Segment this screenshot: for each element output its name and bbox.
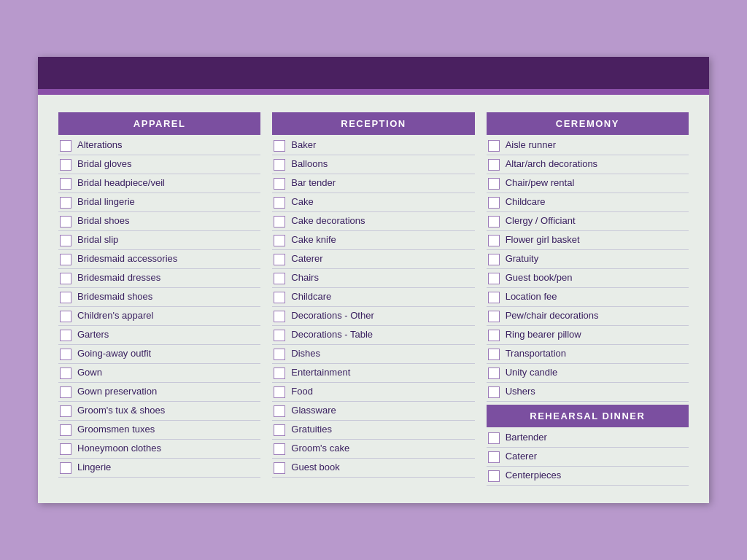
checkbox[interactable] — [60, 386, 71, 398]
checkbox[interactable] — [274, 140, 285, 152]
checkbox[interactable] — [488, 292, 500, 303]
list-item: Cake — [272, 193, 474, 212]
checkbox[interactable] — [60, 292, 71, 303]
checkbox[interactable] — [488, 311, 500, 322]
item-label: Bartender — [506, 432, 547, 444]
checkbox[interactable] — [60, 235, 71, 246]
item-label: Altar/arch decorations — [506, 158, 597, 171]
checkbox[interactable] — [60, 349, 71, 360]
checkbox[interactable] — [274, 292, 285, 303]
checkbox[interactable] — [60, 159, 71, 171]
checkbox[interactable] — [274, 216, 285, 228]
columns-container: APPARELAlterationsBridal glovesBridal he… — [58, 112, 689, 486]
checkbox[interactable] — [488, 178, 500, 190]
col-header-reception: RECEPTION — [272, 112, 474, 135]
list-item: Glassware — [272, 402, 474, 421]
item-label: Children's apparel — [77, 310, 153, 322]
list-item: Chairs — [272, 269, 474, 288]
checkbox[interactable] — [60, 178, 71, 190]
checkbox[interactable] — [60, 443, 71, 455]
checkbox[interactable] — [274, 235, 285, 246]
item-label: Baker — [291, 139, 316, 152]
checkbox[interactable] — [488, 197, 500, 209]
checkbox[interactable] — [488, 254, 500, 265]
list-item: Gratuities — [272, 421, 474, 440]
item-label: Lingerie — [77, 462, 111, 474]
item-label: Bridal gloves — [77, 158, 131, 171]
item-label: Transportation — [506, 348, 566, 360]
checkbox[interactable] — [488, 349, 500, 360]
checkbox[interactable] — [60, 197, 71, 209]
checkbox[interactable] — [274, 424, 285, 436]
item-label: Ushers — [506, 386, 535, 398]
checkbox[interactable] — [60, 311, 71, 322]
checkbox[interactable] — [488, 368, 500, 379]
checkbox[interactable] — [488, 470, 500, 482]
list-item: Bridal headpiece/veil — [58, 174, 260, 193]
checkbox[interactable] — [488, 216, 500, 228]
checkbox[interactable] — [60, 330, 71, 341]
checkbox[interactable] — [488, 159, 500, 171]
checkbox[interactable] — [60, 254, 71, 265]
checkbox[interactable] — [274, 349, 285, 360]
list-item: Garters — [58, 326, 260, 345]
list-item: Childcare — [487, 193, 689, 212]
item-label: Glassware — [291, 405, 336, 417]
checkbox[interactable] — [274, 386, 285, 398]
list-item: Going-away outfit — [58, 345, 260, 364]
checkbox[interactable] — [274, 159, 285, 171]
checkbox[interactable] — [60, 462, 71, 474]
item-label: Gratuity — [506, 253, 539, 265]
checkbox[interactable] — [60, 405, 71, 417]
list-item: Cake decorations — [272, 212, 474, 231]
checkbox[interactable] — [488, 235, 500, 246]
checkbox[interactable] — [274, 330, 285, 341]
item-label: Ring bearer pillow — [506, 329, 581, 341]
checkbox[interactable] — [274, 368, 285, 379]
main-card: APPARELAlterationsBridal glovesBridal he… — [38, 57, 709, 503]
list-item: Caterer — [487, 448, 689, 467]
checkbox[interactable] — [274, 178, 285, 190]
item-label: Going-away outfit — [77, 348, 151, 360]
list-item: Bartender — [487, 429, 689, 448]
item-label: Groomsmen tuxes — [77, 424, 155, 436]
checkbox[interactable] — [274, 273, 285, 284]
checkbox[interactable] — [274, 405, 285, 417]
checkbox[interactable] — [274, 311, 285, 322]
item-label: Caterer — [506, 451, 537, 463]
page-header — [38, 57, 709, 89]
checkbox[interactable] — [60, 273, 71, 284]
list-item: Entertainment — [272, 364, 474, 383]
checkbox[interactable] — [488, 140, 500, 152]
item-label: Decorations - Table — [291, 329, 373, 341]
checkbox[interactable] — [274, 254, 285, 265]
checkbox[interactable] — [60, 368, 71, 379]
item-label: Bridesmaid accessories — [77, 253, 177, 265]
item-label: Entertainment — [291, 367, 350, 379]
item-label: Childcare — [506, 196, 546, 209]
list-item: Unity candle — [487, 364, 689, 383]
checkbox[interactable] — [274, 197, 285, 209]
checkbox[interactable] — [274, 462, 285, 474]
list-item: Dishes — [272, 345, 474, 364]
list-item: Alterations — [58, 136, 260, 155]
list-item: Decorations - Other — [272, 307, 474, 326]
list-item: Bridesmaid accessories — [58, 250, 260, 269]
checkbox[interactable] — [488, 273, 500, 284]
checkbox[interactable] — [488, 451, 500, 463]
list-item: Groom's tux & shoes — [58, 402, 260, 421]
checkbox[interactable] — [488, 330, 500, 341]
list-item: Caterer — [272, 250, 474, 269]
checkbox[interactable] — [60, 140, 71, 152]
checkbox[interactable] — [488, 386, 500, 398]
item-label: Groom's tux & shoes — [77, 405, 165, 417]
checkbox[interactable] — [60, 424, 71, 436]
checklist-content: APPARELAlterationsBridal glovesBridal he… — [38, 95, 709, 503]
checkbox[interactable] — [274, 443, 285, 455]
checkbox[interactable] — [488, 432, 500, 444]
item-label: Gown preservation — [77, 386, 157, 398]
item-label: Cake decorations — [291, 215, 365, 228]
checkbox[interactable] — [60, 216, 71, 228]
item-label: Decorations - Other — [291, 310, 374, 322]
list-item: Pew/chair decorations — [487, 307, 689, 326]
